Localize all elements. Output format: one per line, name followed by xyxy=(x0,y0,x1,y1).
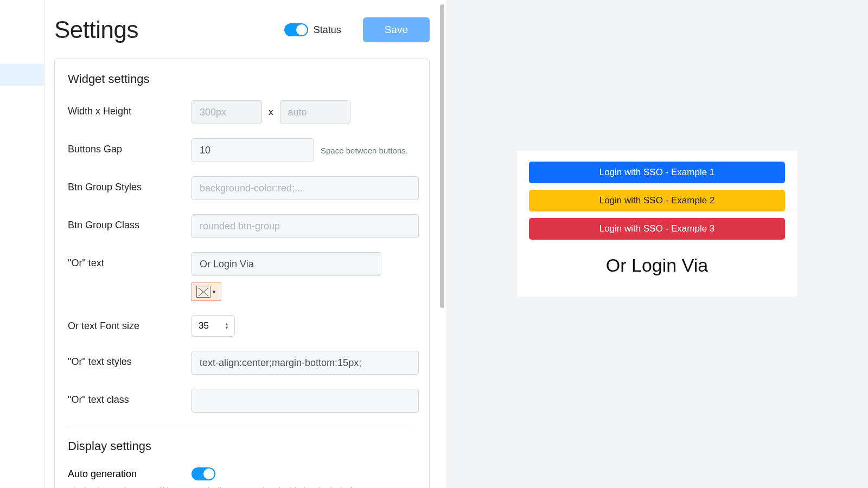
row-or-styles: "Or" text styles xyxy=(68,351,416,375)
height-input[interactable] xyxy=(280,100,350,124)
auto-generation-toggle[interactable] xyxy=(192,467,215,480)
settings-panel: Settings Status Save Widget settings Wid… xyxy=(44,0,446,488)
widget-settings-title: Widget settings xyxy=(68,72,416,86)
buttons-gap-hint: Space between buttons. xyxy=(321,146,408,155)
chevron-down-icon: ▼ xyxy=(212,289,217,295)
row-or-class: "Or" text class xyxy=(68,389,416,413)
select-updown-icon: ▲▼ xyxy=(225,322,229,330)
section-divider xyxy=(68,427,416,427)
label-group-styles: Btn Group Styles xyxy=(68,176,192,193)
or-styles-input[interactable] xyxy=(192,351,419,375)
group-styles-input[interactable] xyxy=(192,176,419,200)
auto-generation-desc: Single Sign On buttons will be automatic… xyxy=(68,485,416,488)
row-group-styles: Btn Group Styles xyxy=(68,176,416,200)
row-buttons-gap: Buttons Gap Space between buttons. xyxy=(68,138,416,162)
preview-or-text: Or Login Via xyxy=(529,255,785,276)
label-or-class: "Or" text class xyxy=(68,389,192,406)
left-sidebar xyxy=(0,0,44,488)
row-or-text: "Or" text ▼ xyxy=(68,252,416,301)
preview-sso-button-3[interactable]: Login with SSO - Example 3 xyxy=(529,218,785,240)
row-dimensions: Width x Height x xyxy=(68,100,416,124)
page-title: Settings xyxy=(54,16,284,43)
display-settings-title: Display settings xyxy=(68,439,416,453)
label-or-text: "Or" text xyxy=(68,252,192,269)
label-group-class: Btn Group Class xyxy=(68,214,192,231)
sidebar-active-item[interactable] xyxy=(0,64,44,86)
preview-sso-button-2[interactable]: Login with SSO - Example 2 xyxy=(529,190,785,211)
row-group-class: Btn Group Class xyxy=(68,214,416,238)
label-buttons-gap: Buttons Gap xyxy=(68,138,192,155)
no-color-icon xyxy=(196,286,210,298)
status-toggle[interactable] xyxy=(284,23,308,36)
row-auto-generation: Auto generation Single Sign On buttons w… xyxy=(68,467,416,488)
or-class-input[interactable] xyxy=(192,389,419,413)
preview-card: Login with SSO - Example 1 Login with SS… xyxy=(517,151,797,297)
label-or-font-size: Or text Font size xyxy=(68,315,192,332)
or-font-size-value: 35 xyxy=(199,320,209,331)
label-or-styles: "Or" text styles xyxy=(68,351,192,368)
scrollbar-thumb[interactable] xyxy=(440,4,444,308)
or-font-size-select[interactable]: 35 ▲▼ xyxy=(192,315,235,337)
group-class-input[interactable] xyxy=(192,214,419,238)
buttons-gap-input[interactable] xyxy=(192,138,314,162)
row-or-font-size: Or text Font size 35 ▲▼ xyxy=(68,315,416,337)
preview-sso-button-1[interactable]: Login with SSO - Example 1 xyxy=(529,162,785,183)
status-label: Status xyxy=(314,24,341,36)
or-text-input[interactable] xyxy=(192,252,381,276)
save-button[interactable]: Save xyxy=(363,17,430,42)
dimension-separator: x xyxy=(269,107,273,118)
label-dimensions: Width x Height xyxy=(68,100,192,117)
scrollbar[interactable] xyxy=(438,0,446,488)
or-text-color-picker[interactable]: ▼ xyxy=(192,282,221,301)
settings-card: Widget settings Width x Height x Buttons… xyxy=(54,59,430,488)
preview-panel: Login with SSO - Example 1 Login with SS… xyxy=(446,0,868,488)
width-input[interactable] xyxy=(192,100,262,124)
label-auto-generation: Auto generation xyxy=(68,468,192,480)
